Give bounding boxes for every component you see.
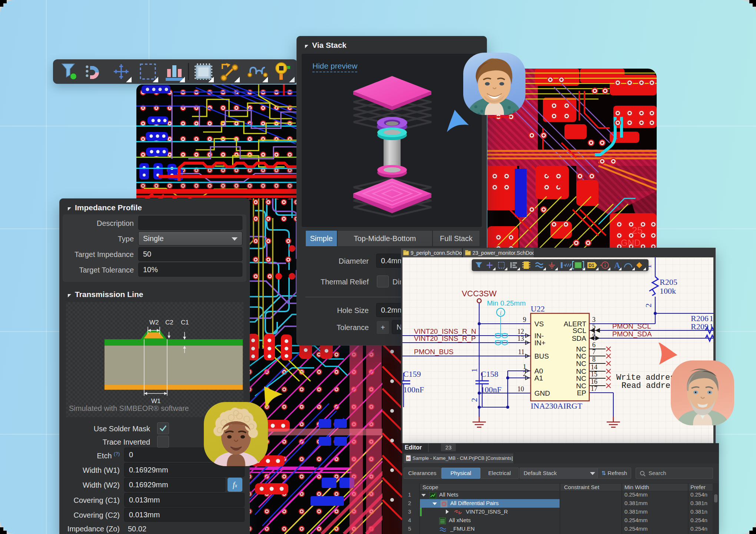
svg-text:NC: NC [576,360,586,367]
svg-text:100nF: 100nF [403,385,424,394]
svg-text:D1: D1 [588,263,594,268]
svg-text:VS: VS [534,320,544,328]
svg-text:R209: R209 [691,322,709,331]
svg-text:NC: NC [576,352,586,360]
svg-text:i: i [500,310,501,316]
svg-text:R205: R205 [660,277,677,287]
svg-text:A: A [614,261,620,270]
svg-text:NC: NC [576,382,586,390]
svg-text:9: 9 [523,316,526,323]
svg-text:NC: NC [576,345,586,353]
svg-text:NC: NC [576,367,586,375]
svg-text:SCL: SCL [573,327,586,334]
svg-text:W1: W1 [151,398,161,405]
svg-text:VINT20_ISNS_R_P: VINT20_ISNS_R_P [414,334,476,343]
svg-text:16: 16 [591,378,597,385]
svg-text:11: 11 [518,348,524,356]
svg-text:GND: GND [621,238,640,248]
svg-text:100nF: 100nF [481,385,501,394]
svg-text:VCC3SW: VCC3SW [462,289,497,298]
svg-text:14: 14 [591,363,597,371]
svg-text:3: 3 [592,316,596,323]
svg-text:2: 2 [644,303,653,307]
svg-text:IN+: IN+ [534,339,546,347]
svg-text:U22: U22 [531,304,545,313]
svg-text:C159: C159 [403,369,421,379]
svg-text:1: 1 [709,322,713,331]
svg-text:GND: GND [534,389,550,397]
svg-text:PMON_SDA: PMON_SDA [612,330,652,338]
svg-text:25: 25 [632,225,643,236]
svg-text:C158: C158 [481,369,498,379]
svg-text:C2: C2 [165,319,173,326]
svg-text:12: 12 [517,328,524,335]
svg-text:A0: A0 [534,367,543,375]
svg-text:PMON_BUS: PMON_BUS [414,348,454,356]
svg-text:Min 0.25mm: Min 0.25mm [487,299,526,307]
svg-text:10: 10 [517,385,524,393]
svg-text:A1: A1 [534,374,543,382]
svg-text:100k: 100k [660,286,676,296]
svg-text:IN-: IN- [534,332,544,340]
svg-text:W2: W2 [149,319,159,326]
svg-text:BUS: BUS [534,352,549,360]
svg-text:INA230AIRGT: INA230AIRGT [531,401,583,411]
svg-text:8: 8 [592,356,596,363]
svg-text:C1: C1 [181,319,189,326]
svg-text:EP: EP [577,389,586,397]
svg-text:13: 13 [517,335,524,342]
svg-text:6: 6 [592,341,596,349]
svg-text:1: 1 [470,368,479,372]
svg-text:H: H [407,456,410,461]
svg-text:Read addres: Read addres [621,381,675,390]
svg-text:2: 2 [470,398,479,402]
svg-text:NC: NC [576,375,586,382]
svg-text:SDA: SDA [572,334,586,342]
svg-text:PMON_SCL: PMON_SCL [612,322,651,330]
